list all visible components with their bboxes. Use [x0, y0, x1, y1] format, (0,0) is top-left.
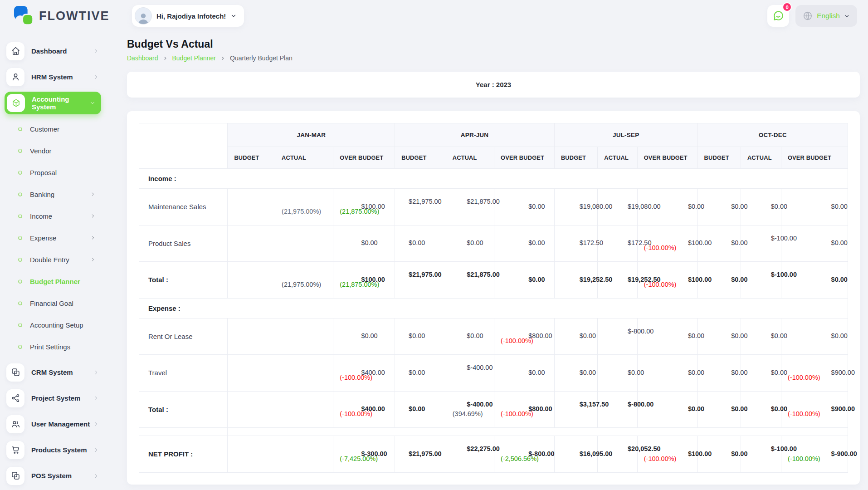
- brand-logo-icon: [14, 5, 34, 26]
- chevron-down-icon: [844, 13, 850, 19]
- breadcrumb-current: Quarterly Budget Plan: [230, 54, 293, 62]
- spacer-cell: [228, 428, 848, 436]
- quarter-header-oct-dec: OCT-DEC: [697, 123, 848, 147]
- sidebar-subitem-expense[interactable]: Expense: [0, 227, 106, 249]
- row-label-cell: NET PROFIT :: [139, 436, 228, 473]
- value-cell: $0.00: [598, 318, 638, 355]
- row-label-cell: Product Sales: [139, 225, 228, 262]
- quarter-header-jul-sep: JUL-SEP: [554, 123, 697, 147]
- chevron-down-icon: [89, 100, 96, 106]
- value-cell: $19,252.50: [494, 262, 555, 299]
- sidebar-subitem-print-settings[interactable]: Print Settings: [0, 336, 106, 358]
- sidebar-item-dashboard[interactable]: Dashboard: [0, 38, 106, 64]
- chevron-right-icon: [93, 369, 99, 376]
- metric-header-jan-mar-budget: BUDGET: [228, 147, 275, 169]
- sidebar-item-products-system[interactable]: Products System: [0, 437, 106, 463]
- sidebar-subitem-label: Print Settings: [30, 343, 70, 351]
- sidebar-subitem-banking[interactable]: Banking: [0, 183, 106, 205]
- chevron-right-icon: [90, 235, 96, 240]
- value-cell: $400.00: [228, 355, 275, 392]
- messages-button[interactable]: 0: [767, 5, 789, 27]
- value-cell: $19,080.00: [446, 189, 494, 225]
- bullet-icon: [18, 345, 22, 349]
- value-cell: $100.00: [228, 262, 275, 299]
- sidebar: DashboardHRM SystemAccounting SystemCust…: [0, 32, 106, 490]
- sidebar-subitem-budget-planner[interactable]: Budget Planner: [0, 270, 106, 292]
- breadcrumb-budget-planner[interactable]: Budget Planner: [172, 54, 216, 62]
- metric-header-apr-jun-budget: BUDGET: [395, 147, 446, 169]
- sidebar-subitem-financial-goal[interactable]: Financial Goal: [0, 292, 106, 314]
- table-head: JAN-MARAPR-JUNJUL-SEPOCT-DECBUDGETACTUAL…: [139, 123, 848, 169]
- value-cell: $21,875.00(21,875.00%): [333, 262, 395, 299]
- quarter-header-apr-jun: APR-JUN: [395, 123, 555, 147]
- value-cell: $19,080.00: [494, 189, 555, 225]
- topbar: FLOWTIVE Hi, Rajodiya Infotech! 0 Englis…: [0, 0, 868, 32]
- sidebar-subitem-label: Budget Planner: [30, 278, 80, 285]
- metric-header-oct-dec-budget: BUDGET: [697, 147, 741, 169]
- bullet-icon: [18, 236, 22, 240]
- value-cell: $400.00: [228, 391, 275, 428]
- value-percent: (-100.00%): [644, 280, 691, 290]
- chevron-right-icon: [93, 74, 99, 80]
- row-label-cell: Maintenance Sales: [139, 189, 228, 225]
- sidebar-subitem-label: Proposal: [30, 169, 57, 176]
- sidebar-subitem-income[interactable]: Income: [0, 205, 106, 227]
- brand-logo[interactable]: FLOWTIVE: [0, 5, 106, 26]
- chevron-right-icon: [93, 48, 99, 54]
- metric-header-oct-dec-actual: ACTUAL: [741, 147, 781, 169]
- sidebar-item-label: CRM System: [31, 368, 73, 376]
- sidebar-item-crm-system[interactable]: CRM System: [0, 359, 106, 385]
- sidebar-subitem-label: Financial Goal: [30, 299, 73, 307]
- bullet-icon: [18, 301, 22, 305]
- value-cell: $0.00: [275, 225, 333, 262]
- sidebar-item-user-management[interactable]: User Management: [0, 411, 106, 437]
- sidebar-subitem-label: Vendor: [30, 147, 52, 155]
- spacer-row: [139, 428, 848, 436]
- sidebar-subitem-label: Customer: [30, 125, 59, 133]
- section-row-expense: Expense :: [139, 298, 848, 318]
- chat-bubble-icon: [772, 10, 784, 22]
- sidebar-subitem-vendor[interactable]: Vendor: [0, 140, 106, 162]
- pos-icon: [6, 467, 24, 485]
- table-body: Income :Maintenance Sales$100.00$21,975.…: [139, 169, 848, 473]
- table-row-maintenance-sales: Maintenance Sales$100.00$21,975.00(21,97…: [139, 189, 848, 225]
- user-menu[interactable]: Hi, Rajodiya Infotech!: [132, 5, 244, 27]
- sidebar-subitem-double-entry[interactable]: Double Entry: [0, 249, 106, 270]
- metric-header-jul-sep-over-budget: OVER BUDGET: [637, 147, 697, 169]
- sidebar-item-project-system[interactable]: Project System: [0, 385, 106, 411]
- bullet-icon: [18, 171, 22, 175]
- table-row-rent-or-lease: Rent Or Lease$0.00$0.00$0.00$800.00$0.00…: [139, 318, 848, 355]
- chevron-right-icon: [90, 213, 96, 219]
- sidebar-submenu-accounting-system: CustomerVendorProposalBankingIncomeExpen…: [0, 116, 106, 359]
- metric-header-apr-jun-actual: ACTUAL: [446, 147, 494, 169]
- bullet-icon: [18, 149, 22, 153]
- value-cell: $0.00: [275, 355, 333, 392]
- sidebar-item-pos-system[interactable]: POS System: [0, 463, 106, 489]
- language-selector[interactable]: English: [795, 5, 857, 27]
- brand-name: FLOWTIVE: [39, 9, 109, 23]
- row-label-cell: Total :: [139, 262, 228, 299]
- metric-header-jan-mar-actual: ACTUAL: [275, 147, 333, 169]
- spacer-cell: [139, 428, 228, 436]
- cart-icon: [6, 441, 24, 459]
- sidebar-subitem-proposal[interactable]: Proposal: [0, 162, 106, 183]
- chevron-down-icon: [230, 13, 237, 19]
- sidebar-item-accounting-system[interactable]: Accounting System: [5, 92, 101, 114]
- value-percent: (21,975.00%): [282, 280, 327, 290]
- breadcrumb-dashboard[interactable]: Dashboard: [127, 54, 158, 62]
- notification-count-badge: 0: [782, 2, 792, 12]
- sidebar-item-label: Accounting System: [32, 95, 89, 111]
- home-icon: [6, 42, 24, 60]
- chevron-right-icon: [93, 395, 99, 402]
- value-cell: $0.00: [395, 189, 446, 225]
- value-cell: $100.00: [228, 189, 275, 225]
- value-cell: $21,975.00(21,975.00%): [275, 262, 333, 299]
- sidebar-item-hrm-system[interactable]: HRM System: [0, 64, 106, 90]
- value-cell: $0.00: [554, 391, 597, 428]
- sidebar-subitem-label: Double Entry: [30, 256, 69, 264]
- section-heading: Expense :: [139, 298, 848, 318]
- sidebar-subitem-accounting-setup[interactable]: Accounting Setup: [0, 314, 106, 336]
- sidebar-subitem-customer[interactable]: Customer: [0, 118, 106, 140]
- value-cell: $0.00: [446, 355, 494, 392]
- quarter-header-jan-mar: JAN-MAR: [228, 123, 395, 147]
